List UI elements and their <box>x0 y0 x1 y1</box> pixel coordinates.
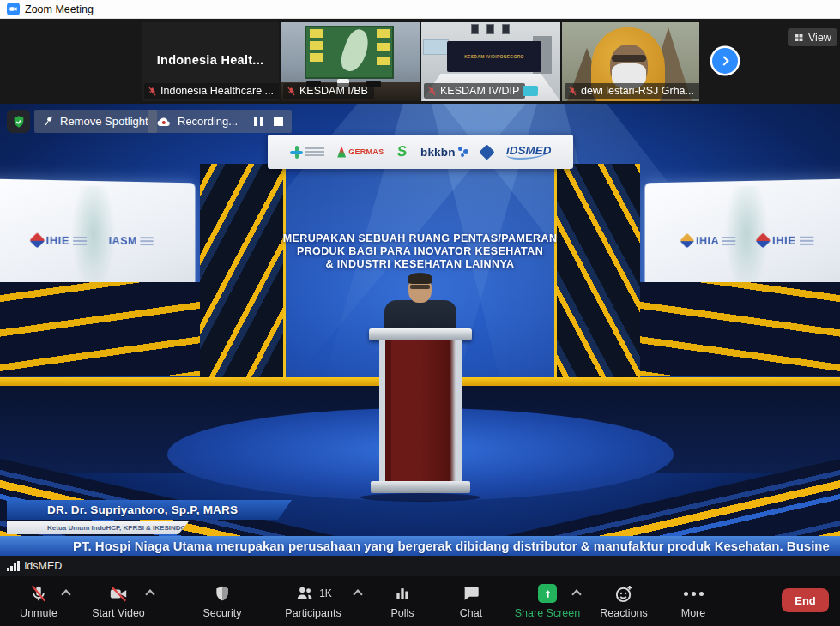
encryption-badge[interactable] <box>7 110 30 133</box>
person-glasses <box>612 55 646 62</box>
speaker-title-banner: Ketua Umum IndoHCF, KPRSI & IKESINDO <box>7 521 189 534</box>
germas-logo: GERMAS <box>337 147 384 158</box>
more-ellipsis-icon <box>684 592 704 596</box>
mic-muted-icon <box>148 86 157 97</box>
headline-line-3: & INDUSTRI KESEHATAN LAINNYA <box>0 258 840 271</box>
podium <box>379 340 462 481</box>
window-title-bar: Zoom Meeting <box>0 0 840 19</box>
end-meeting-button[interactable]: End <box>782 588 829 612</box>
cyan-box <box>523 86 538 96</box>
stage-stripe-panel-left <box>0 282 200 376</box>
view-button[interactable]: View <box>788 28 837 46</box>
note-card <box>377 29 390 38</box>
participant-thumbnail-indonesia-healthcare[interactable]: Indonesia Healt... Indonesia Healthcare … <box>142 22 279 101</box>
podium-base <box>371 481 470 493</box>
speaker-hair <box>408 273 432 284</box>
reactions-button[interactable]: Reactions <box>585 583 662 619</box>
meeting-toolbar: Unmute Start Video Security 1K Participa… <box>0 576 840 626</box>
participant-name-label: KESDAM IV/DIP <box>424 83 525 99</box>
speaker-name-text: DR. Dr. Supriyantoro, Sp.P, MARS <box>47 503 238 516</box>
video-off-icon <box>108 584 129 603</box>
start-video-button[interactable]: Start Video <box>80 583 157 619</box>
cloud-record-icon <box>156 116 172 128</box>
pin-icon <box>43 116 54 127</box>
pause-recording-button[interactable] <box>254 117 263 126</box>
podium-shadow <box>360 493 480 502</box>
diamond-logo <box>481 147 493 158</box>
headline-line-2: PRODUK BAGI PARA INOVATOR KESEHATAN <box>0 245 840 258</box>
wall-art <box>423 39 449 55</box>
participant-thumbnail-kesdam-4[interactable]: KESDAM IV/DIPONEGORO KESDAM IV/DIP <box>421 22 560 101</box>
security-button[interactable]: Security <box>184 583 261 619</box>
participant-name-label: dewi lestari-RSJ Grha... <box>565 83 699 99</box>
reactions-smiley-icon <box>614 584 634 604</box>
mic-off-icon <box>29 584 48 603</box>
participant-thumbnail-dewi-lestari[interactable]: dewi lestari-RSJ Grha... <box>562 22 699 101</box>
idsmed-logo: iDSMED <box>506 144 552 160</box>
sender-name-text: idsMED <box>25 560 63 572</box>
participants-button[interactable]: 1K Participants <box>275 583 352 619</box>
wall-portrait <box>502 24 510 34</box>
sender-name-bar: idsMED <box>0 556 840 576</box>
stage-headline: MERUPAKAN SEBUAH RUANG PENTAS/PAMERAN PR… <box>0 232 840 271</box>
more-button[interactable]: More <box>655 583 732 619</box>
chat-button[interactable]: Chat <box>432 583 510 619</box>
chat-bubble-icon <box>462 584 480 603</box>
speaker-glasses <box>410 285 430 289</box>
share-screen-icon <box>538 584 557 603</box>
mic-muted-icon <box>427 86 437 97</box>
signal-strength-icon <box>7 561 20 571</box>
headline-line-1: MERUPAKAN SEBUAH RUANG PENTAS/PAMERAN <box>0 232 840 245</box>
sponsor-logo-banner: GERMAS S bkkbn iDSMED <box>268 135 573 169</box>
share-screen-button[interactable]: Share Screen <box>509 583 586 619</box>
stage-column-right <box>554 164 640 387</box>
note-card <box>377 57 390 65</box>
participant-display-name: Indonesia Healt... <box>142 53 279 67</box>
note-card <box>310 53 323 62</box>
mic-muted-icon <box>287 86 296 97</box>
next-page-button[interactable] <box>712 48 738 74</box>
stop-recording-button[interactable] <box>274 117 283 126</box>
grid-view-icon <box>794 33 804 43</box>
note-card <box>310 41 323 50</box>
security-shield-icon <box>214 584 231 603</box>
polls-button[interactable]: Polls <box>364 583 441 619</box>
swoosh-logo: S <box>397 143 407 160</box>
participant-thumbnail-kesdam-1[interactable]: KESDAM I/BB <box>281 22 420 101</box>
zoom-app-icon <box>7 3 20 15</box>
news-ticker: PT. Hospi Niaga Utama merupakan perusaha… <box>0 536 840 556</box>
end-button-label: End <box>795 594 816 607</box>
participants-options-chevron[interactable] <box>353 589 362 599</box>
remove-spotlight-button[interactable]: Remove Spotlight <box>34 110 157 133</box>
participant-name-label: Indonesia Healthcare ... <box>144 83 279 99</box>
participants-count-badge: 1K <box>319 587 332 599</box>
note-card <box>310 29 323 38</box>
polls-icon <box>394 584 411 603</box>
wall-portrait <box>471 24 479 34</box>
stage-column-left <box>200 164 286 387</box>
bkkbn-logo: bkkbn <box>420 146 468 159</box>
participant-name-label: KESDAM I/BB <box>283 83 374 99</box>
recording-indicator: Recording... <box>148 110 292 133</box>
window-title: Zoom Meeting <box>25 3 94 15</box>
unit-banner: KESDAM IV/DIPONEGORO <box>447 41 541 72</box>
wall-portrait <box>486 24 494 34</box>
spotlight-video: IHIE IASM IHIA IHIE <box>0 104 840 556</box>
ticker-text: PT. Hospi Niaga Utama merupakan perusaha… <box>73 539 830 553</box>
podium-top <box>369 328 472 340</box>
video-filmstrip: Indonesia Healt... Indonesia Healthcare … <box>0 19 840 104</box>
participants-icon <box>294 584 315 603</box>
shield-check-icon <box>12 115 26 129</box>
speaker-name-banner: DR. Dr. Supriyantoro, Sp.P, MARS <box>7 500 292 520</box>
kemenkes-logo <box>290 146 324 159</box>
speaker-title-text: Ketua Umum IndoHCF, KPRSI & IKESINDO <box>47 524 186 532</box>
stage-stripe-panel-right <box>640 282 840 376</box>
chevron-right-icon <box>719 56 728 65</box>
note-card <box>377 43 390 51</box>
mic-muted-icon <box>568 86 577 97</box>
